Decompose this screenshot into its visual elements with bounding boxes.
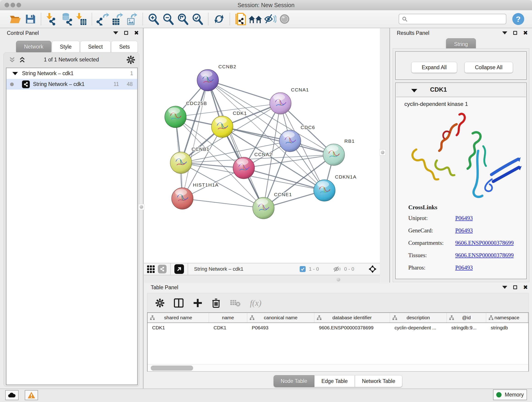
left-splitter-handle[interactable] xyxy=(138,204,144,210)
tab-select[interactable]: Select xyxy=(80,41,111,53)
gene-detail-box: CDK1 cyclin-dependent kinase 1 xyxy=(395,83,527,279)
home-button[interactable] xyxy=(248,12,263,26)
tab-sets[interactable]: Sets xyxy=(111,41,138,53)
panel-float-icon[interactable] xyxy=(124,31,128,35)
crosslink-link[interactable]: 9606.ENSP00000378699 xyxy=(455,252,514,259)
preview-sphere-button[interactable] xyxy=(277,12,292,26)
panel-close-icon[interactable]: ✖ xyxy=(523,285,528,289)
gene-collapse-caret-icon[interactable] xyxy=(411,89,417,92)
gene-header-row[interactable]: CDK1 xyxy=(396,83,526,97)
edge-CDK1-RB1[interactable] xyxy=(222,127,334,155)
crosslink-link[interactable]: P06493 xyxy=(455,264,473,271)
home-icon xyxy=(248,14,262,24)
string-results-container: Expand All Collapse All CDK1 cyclin-depe… xyxy=(393,48,529,282)
node-CDK1[interactable]: CDK1 xyxy=(211,110,247,138)
network-view-share-icon[interactable] xyxy=(158,265,167,274)
expand-all-button[interactable]: Expand All xyxy=(411,62,457,73)
edge-CCNB2-CCNA1[interactable] xyxy=(208,80,280,103)
edge-CCNB2-CCNE1[interactable] xyxy=(208,80,264,208)
node-CDKN1A[interactable]: CDKN1A xyxy=(314,174,356,201)
import-network-file-button[interactable] xyxy=(44,12,59,26)
edge-CCNB2-HIST1H1A[interactable] xyxy=(182,80,208,198)
grid-view-icon[interactable] xyxy=(147,265,155,273)
window-title: Session: New Session xyxy=(0,2,532,8)
column-header-namespace[interactable]: namespace xyxy=(486,313,528,322)
table-horizontal-scrollbar[interactable] xyxy=(147,364,528,371)
panel-float-icon[interactable] xyxy=(513,285,517,289)
column-header-name[interactable]: name xyxy=(209,313,247,322)
crosshair-pan-icon[interactable] xyxy=(368,265,377,273)
node-label-CCNB1: CCNB1 xyxy=(191,147,210,152)
tree-expand-caret-icon[interactable] xyxy=(12,72,18,75)
delete-column-icon[interactable] xyxy=(212,298,220,308)
open-in-window-button[interactable] xyxy=(174,264,184,274)
string-import-button[interactable] xyxy=(233,12,248,26)
node-CCNE1[interactable]: CCNE1 xyxy=(253,192,292,219)
open-session-button[interactable] xyxy=(8,12,23,26)
zoom-in-button[interactable] xyxy=(146,12,161,26)
node-CDC25B[interactable]: CDC25B xyxy=(165,101,207,128)
control-panel-header: Control Panel ✖ xyxy=(0,28,143,38)
column-header-canonicalname[interactable]: canonical name xyxy=(247,313,314,322)
horizontal-splitter-handle[interactable] xyxy=(336,278,340,281)
import-network-database-button[interactable] xyxy=(59,12,74,26)
node-HIST1H1A[interactable]: HIST1H1A xyxy=(172,182,219,209)
tab-edge-table[interactable]: Edge Table xyxy=(314,375,355,387)
add-column-icon[interactable] xyxy=(193,298,202,307)
right-splitter-handle[interactable] xyxy=(380,149,386,155)
export-table-button[interactable] xyxy=(110,12,125,26)
panel-collapse-icon[interactable] xyxy=(502,32,507,34)
edge-HIST1H1A-CCNE1[interactable] xyxy=(182,198,264,208)
cloud-status-button[interactable] xyxy=(5,390,19,400)
panel-collapse-icon[interactable] xyxy=(502,286,507,289)
node-CCNA1[interactable]: CCNA1 xyxy=(270,87,309,114)
panel-close-icon[interactable]: ✖ xyxy=(134,31,139,35)
memory-button[interactable]: Memory xyxy=(493,389,527,400)
zoom-selected-button[interactable] xyxy=(190,12,205,26)
export-image-button[interactable] xyxy=(125,12,139,26)
tab-network-table[interactable]: Network Table xyxy=(355,375,402,387)
network-options-gear-icon[interactable] xyxy=(127,56,135,64)
tab-network[interactable]: Network xyxy=(16,41,51,53)
save-session-button[interactable] xyxy=(23,12,38,26)
panel-close-icon[interactable]: ✖ xyxy=(523,31,528,35)
tab-node-table[interactable]: Node Table xyxy=(273,375,314,387)
crosslink-link[interactable]: 9606.ENSP00000378699 xyxy=(455,240,514,246)
search-input[interactable] xyxy=(408,16,503,22)
network-canvas[interactable]: CCNB2CCNA1CDC25BCDK1CDC6RB1CCNB1CCNA2CDK… xyxy=(144,28,380,263)
vertical-splitter-strip[interactable] xyxy=(380,28,389,283)
hide-nodes-button[interactable] xyxy=(263,12,277,26)
collapse-all-button[interactable]: Collapse All xyxy=(464,62,513,73)
table-tabs: Node TableEdge TableNetwork Table xyxy=(144,374,532,388)
selected-checkbox-icon[interactable] xyxy=(300,266,306,272)
panel-float-icon[interactable] xyxy=(513,31,517,35)
tab-style[interactable]: Style xyxy=(52,41,80,53)
export-network-button[interactable] xyxy=(95,12,110,26)
zoom-fit-button[interactable] xyxy=(176,12,190,26)
refresh-layout-button[interactable] xyxy=(212,12,226,26)
status-bar: Memory xyxy=(0,389,532,402)
show-columns-icon[interactable] xyxy=(174,298,184,307)
column-header-description[interactable]: description xyxy=(390,313,447,322)
column-header-sharedname[interactable]: shared name xyxy=(147,313,209,322)
scrollbar-thumb[interactable] xyxy=(151,366,193,370)
table-cell: stringdb xyxy=(486,323,528,332)
crosslink-link[interactable]: P06493 xyxy=(455,227,473,234)
network-row-selected[interactable]: String Network – cdk1 11 48 xyxy=(6,79,137,89)
panel-collapse-icon[interactable] xyxy=(113,32,118,34)
column-header-databaseidentifier[interactable]: database identifier xyxy=(314,313,390,322)
network-collection-row[interactable]: String Network – cdk1 1 xyxy=(6,68,137,79)
node-RB1[interactable]: RB1 xyxy=(323,138,355,166)
crosslink-link[interactable]: P06493 xyxy=(455,215,473,221)
string-network-graph[interactable]: CCNB2CCNA1CDC25BCDK1CDC6RB1CCNB1CCNA2CDK… xyxy=(144,28,380,263)
node-CDC6[interactable]: CDC6 xyxy=(279,125,315,152)
help-button[interactable]: ? xyxy=(512,13,524,25)
table-options-gear-icon[interactable] xyxy=(156,299,164,307)
column-header-id[interactable]: @id xyxy=(447,313,486,322)
table-row[interactable]: CDK1CDK1P064939606.ENSP00000378699cyclin… xyxy=(147,323,528,332)
export-network-icon xyxy=(96,13,109,26)
import-table-button[interactable] xyxy=(74,12,89,26)
warnings-button[interactable] xyxy=(25,390,38,400)
zoom-out-button[interactable] xyxy=(161,12,176,26)
column-label: name xyxy=(222,315,234,320)
